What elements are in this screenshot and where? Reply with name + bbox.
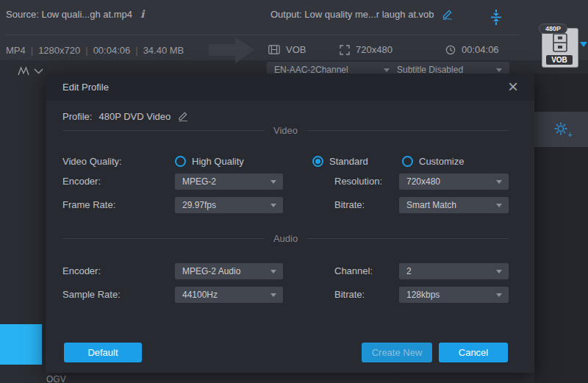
- output-duration-info: 00:04:06: [445, 44, 499, 55]
- video-quality-row: Video Quality: High Quality Standard Cus…: [62, 154, 509, 170]
- chevron-down-icon: [270, 293, 276, 297]
- video-bitrate-label: Bitrate:: [334, 197, 365, 213]
- clock-icon: [445, 45, 456, 55]
- radio-high-quality[interactable]: High Quality: [175, 156, 244, 167]
- source-file-line: Source: Low quali...gh at.mp4 i: [6, 8, 144, 20]
- custom-profile-row[interactable]: +: [534, 112, 588, 147]
- audio-row-2: Sample Rate: 44100Hz Bitrate: 128kbps: [62, 287, 509, 303]
- video-section-header: Video: [62, 125, 509, 136]
- edit-profile-name-icon[interactable]: [177, 110, 189, 122]
- output-file-label: Output: Low quality me...r laugh at.vob: [270, 9, 434, 20]
- left-panel-highlight[interactable]: [0, 324, 42, 365]
- audio-bitrate-select[interactable]: 128kbps: [399, 287, 509, 303]
- edit-output-name-icon[interactable]: [441, 8, 453, 21]
- sample-rate-label: Sample Rate:: [62, 287, 121, 303]
- video-encoder-select[interactable]: MPEG-2: [175, 173, 283, 190]
- audio-row-1: Encoder: MPEG-2 Audio Channel: 2: [62, 263, 509, 279]
- audio-bitrate-label: Bitrate:: [334, 287, 365, 303]
- thumbnail-format-label: VOB: [546, 55, 573, 65]
- chevron-down-icon: [496, 204, 502, 207]
- channel-select[interactable]: 2: [399, 263, 509, 279]
- chevron-down-icon: [496, 180, 502, 184]
- audio-encoder-select[interactable]: MPEG-2 Audio: [175, 263, 283, 279]
- app-window: Source: Low quali...gh at.mp4 i Output: …: [0, 0, 588, 383]
- profile-value: 480P DVD Video: [98, 111, 171, 122]
- output-duration-value: 00:04:06: [462, 44, 499, 55]
- frame-rate-select[interactable]: 29.97fps: [175, 197, 283, 213]
- radio-customize[interactable]: Customize: [402, 156, 464, 167]
- video-encoder-label: Encoder:: [62, 173, 101, 190]
- topbar: Source: Low quali...gh at.mp4 i Output: …: [0, 0, 588, 60]
- resolution-badge: 480P: [539, 24, 567, 34]
- output-format-thumbnail[interactable]: VOB: [542, 28, 578, 68]
- radio-standard[interactable]: Standard: [312, 156, 368, 167]
- create-new-button[interactable]: Create New: [362, 343, 432, 362]
- audio-section-header: Audio: [62, 233, 509, 244]
- source-format: MP4: [6, 45, 26, 56]
- video-bitrate-select[interactable]: Smart Match: [399, 197, 509, 213]
- info-icon[interactable]: i: [140, 8, 144, 20]
- format-dropdown-caret[interactable]: [580, 42, 587, 47]
- default-button[interactable]: Default: [64, 343, 142, 362]
- video-row-1: Encoder: MPEG-2 Resolution: 720x480: [62, 173, 509, 190]
- merge-settings-icon[interactable]: [490, 10, 503, 25]
- output-format-info: VOB: [268, 44, 306, 55]
- radio-circle-icon: [402, 156, 413, 167]
- video-row-2: Frame Rate: 29.97fps Bitrate: Smart Matc…: [62, 197, 509, 213]
- resolution-select[interactable]: 720x480: [399, 173, 509, 190]
- dialog-header: Edit Profile ×: [46, 74, 534, 101]
- chevron-down-icon: [496, 293, 502, 297]
- output-format-value: VOB: [286, 44, 306, 55]
- video-quality-label: Video Quality:: [62, 154, 122, 170]
- curve-path-icon[interactable]: [18, 66, 29, 76]
- frame-rate-label: Frame Rate:: [62, 197, 115, 213]
- edit-profile-dialog: Edit Profile × Profile: 480P DVD Video V…: [46, 74, 534, 373]
- close-icon[interactable]: ×: [508, 76, 518, 98]
- chevron-down-icon[interactable]: [34, 68, 43, 74]
- chevron-down-icon: [270, 270, 276, 273]
- radio-circle-icon: [175, 156, 186, 167]
- chevron-down-icon: [270, 204, 276, 207]
- resolution-icon: [340, 45, 350, 55]
- film-frame-icon: [553, 33, 567, 52]
- settings-gear-plus-icon[interactable]: +: [553, 121, 570, 137]
- conversion-arrow-icon: [209, 35, 256, 65]
- output-resolution-value: 720x480: [356, 44, 392, 55]
- chevron-down-icon: [496, 68, 502, 72]
- chevron-down-icon: [496, 270, 502, 273]
- format-list-panel: +: [534, 74, 588, 383]
- cancel-button[interactable]: Cancel: [439, 343, 508, 362]
- source-file-label: Source: Low quali...gh at.mp4: [6, 9, 132, 20]
- channel-label: Channel:: [334, 263, 373, 279]
- output-resolution-info: 720x480: [340, 44, 392, 55]
- source-media-info: MP4|1280x720|00:04:06|34.40 MB: [6, 45, 184, 56]
- format-label-ogv: OGV: [46, 374, 66, 383]
- film-icon: [268, 45, 280, 54]
- output-file-line: Output: Low quality me...r laugh at.vob: [270, 8, 453, 21]
- source-filesize: 34.40 MB: [143, 45, 184, 56]
- audio-encoder-label: Encoder:: [62, 263, 101, 279]
- bottom-list-item: [62, 376, 397, 383]
- profile-row: Profile: 480P DVD Video: [62, 110, 189, 122]
- chevron-down-icon: [384, 68, 390, 72]
- dialog-title: Edit Profile: [62, 82, 109, 93]
- resolution-label: Resolution:: [334, 173, 382, 190]
- source-resolution: 1280x720: [38, 45, 80, 56]
- topbar-divider: [6, 35, 520, 35]
- source-duration: 00:04:06: [93, 45, 131, 56]
- radio-circle-icon: [312, 156, 323, 167]
- sample-rate-select[interactable]: 44100Hz: [175, 287, 283, 303]
- profile-label: Profile:: [62, 111, 92, 122]
- chevron-down-icon: [270, 180, 276, 184]
